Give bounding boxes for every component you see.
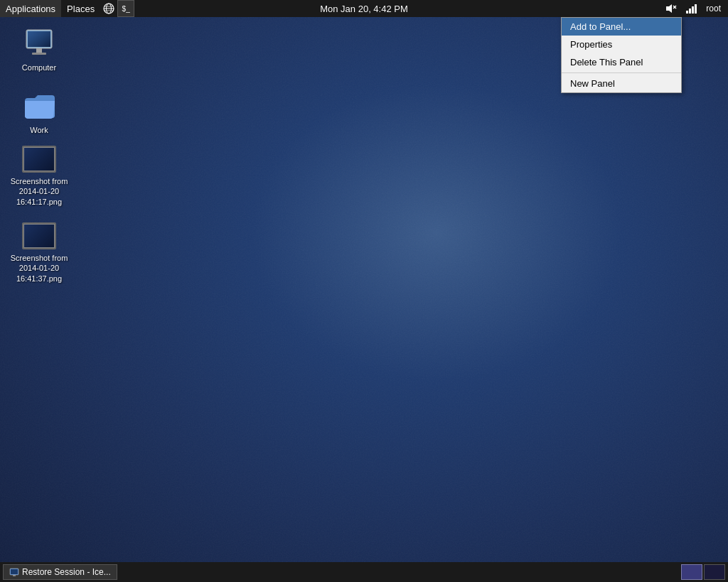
- globe-icon: [103, 3, 114, 14]
- svg-rect-14: [28, 31, 50, 47]
- network-status[interactable]: [683, 4, 700, 14]
- screenshot2-img: [22, 222, 56, 250]
- bottom-panel: Restore Session - Ice...: [0, 562, 728, 582]
- volume-icon: [665, 3, 678, 14]
- volume-control[interactable]: [662, 3, 680, 14]
- panel-datetime: Mon Jan 20, 4:42 PM: [320, 4, 408, 14]
- network-icon: [686, 4, 697, 14]
- applications-menu[interactable]: Applications: [0, 0, 61, 17]
- context-menu-delete-panel[interactable]: Delete This Panel: [562, 53, 681, 71]
- screenshot1-img: [22, 145, 56, 173]
- context-menu-new-panel[interactable]: New Panel: [562, 75, 681, 92]
- terminal-icon-btn[interactable]: $_: [117, 0, 134, 17]
- svg-rect-32: [11, 569, 18, 574]
- svg-rect-8: [686, 11, 688, 14]
- svg-rect-16: [32, 53, 46, 55]
- workspace-1[interactable]: [681, 564, 702, 580]
- svg-rect-11: [695, 4, 697, 14]
- screenshot2-line2: 2014-01-20: [19, 264, 59, 272]
- user-label[interactable]: root: [703, 4, 724, 14]
- svg-rect-10: [692, 6, 694, 14]
- screenshot1-line3: 16:41:17.png: [16, 198, 62, 206]
- svg-rect-15: [36, 48, 42, 53]
- terminal-icon: $_: [122, 5, 130, 13]
- globe-icon-btn[interactable]: [100, 0, 117, 17]
- context-menu-separator: [562, 72, 681, 73]
- workspace-switcher: [681, 564, 725, 580]
- context-menu-add-to-panel[interactable]: Add to Panel...: [562, 18, 681, 36]
- context-menu: Add to Panel... Properties Delete This P…: [561, 17, 682, 93]
- bottom-panel-left: Restore Session - Ice...: [0, 564, 681, 580]
- computer-svg: [22, 26, 56, 60]
- session-label: Restore Session - Ice...: [22, 567, 111, 577]
- screenshot1-thumb: [22, 146, 56, 173]
- desktop: Applications Places $_ Mon Jan 20, 4:42 …: [0, 0, 728, 582]
- top-panel: Applications Places $_ Mon Jan 20, 4:42 …: [0, 0, 728, 17]
- screenshot2-thumb: [22, 222, 56, 249]
- svg-marker-5: [666, 4, 672, 13]
- screenshot1-line2: 2014-01-20: [19, 187, 59, 195]
- screenshot2-icon[interactable]: Screenshot from 2014-01-20 16:41:37.png: [7, 219, 71, 286]
- session-icon: [9, 567, 19, 577]
- folder-svg: [22, 88, 56, 122]
- places-menu[interactable]: Places: [61, 0, 100, 17]
- screenshot1-icon[interactable]: Screenshot from 2014-01-20 16:41:17.png: [7, 142, 71, 210]
- svg-rect-33: [13, 575, 16, 576]
- bottom-panel-right: [681, 564, 728, 580]
- screenshot1-line1: Screenshot from: [11, 177, 68, 185]
- work-folder-icon[interactable]: Work: [7, 85, 71, 138]
- workspace-2[interactable]: [704, 564, 725, 580]
- work-label: Work: [30, 125, 48, 135]
- screenshot2-label: Screenshot from 2014-01-20 16:41:37.png: [11, 253, 68, 284]
- work-folder-img: [22, 88, 56, 122]
- computer-label: Computer: [22, 63, 56, 72]
- screenshot2-line1: Screenshot from: [11, 254, 68, 262]
- computer-icon-img: [22, 26, 56, 60]
- computer-icon[interactable]: Computer: [7, 23, 71, 75]
- screenshot2-line3: 16:41:37.png: [16, 274, 62, 283]
- screenshot1-label: Screenshot from 2014-01-20 16:41:17.png: [11, 176, 68, 207]
- svg-rect-9: [689, 9, 691, 14]
- context-menu-properties[interactable]: Properties: [562, 36, 681, 53]
- taskbar-session-item[interactable]: Restore Session - Ice...: [3, 564, 117, 580]
- panel-right: root: [662, 3, 728, 14]
